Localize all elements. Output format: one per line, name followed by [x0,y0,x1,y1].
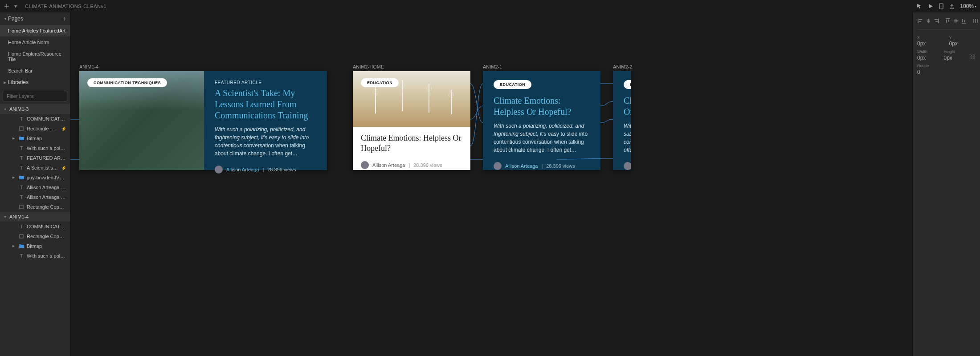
card-title: A Scientist's Take: My Lessons Learned F… [215,88,316,121]
layer-label: With such a polarizi [27,253,66,259]
layer-item[interactable]: ▶guy-bowden-lVDn... [0,173,70,182]
canvas[interactable]: ANIM1-4 COMMUNICATION TECHNIQUES FEATURE… [70,12,912,356]
artboard-label[interactable]: ANIM1-4 [79,64,98,69]
view-count: 28.396 views [413,162,442,168]
layer-item[interactable]: TA Scientist's Ta...⚡ [0,163,70,173]
rect-icon [19,126,24,131]
layer-item[interactable]: TCOMMUNICATION ... [0,114,70,124]
layer-item[interactable]: ▶Bitmap [0,241,70,251]
chevron-down-icon: ▼ [4,215,7,218]
chevron-right-icon: ▶ [12,244,16,248]
artboard-anim2-home[interactable]: EDUCATION Climate Emotions: Helpless Or … [353,71,470,170]
folder-icon [19,175,24,180]
text-icon: T [19,165,24,170]
layer-item[interactable]: TFEATURED ARTICLE [0,153,70,163]
layer-item[interactable]: Rectangle Copy 26 [0,231,70,241]
share-icon[interactable] [949,4,955,9]
artboard-anim1-4-header[interactable]: ▼ ANIM1-4 [0,212,70,222]
text-icon: T [19,116,24,121]
bolt-icon: ⚡ [61,166,66,170]
add-dropdown-icon[interactable]: ▾ [12,3,19,9]
card-image: COMMUNICATION TECHNIQUES [79,71,204,170]
page-item-search-bar[interactable]: Search Bar [0,65,70,77]
link-dimensions-icon[interactable]: ⛓ [970,54,976,60]
avatar [215,166,223,174]
layer-item[interactable]: TAllison Arteaga | 2... [0,182,70,192]
align-top-icon[interactable] [945,17,951,25]
layer-label: COMMUNICATION ... [27,224,66,229]
artboard-label[interactable]: ANIM2-1 [483,64,502,69]
layer-label: A Scientist's Ta... [27,165,58,170]
card-title: Climate Emotions: Helpless Or Hopeful? [494,95,590,117]
text-icon: T [19,224,24,229]
layer-item[interactable]: TAllison Arteaga | 2... [0,192,70,202]
artboard-label[interactable]: ANIM2-2 [613,64,632,69]
author-name: Allison Arteaga [372,162,405,168]
card-body-text: With such a polarizing, politicized, and… [494,122,590,154]
y-label: Y [949,35,976,40]
device-icon[interactable] [939,3,944,9]
filter-layers-input[interactable] [3,91,67,101]
page-item-explore[interactable]: Home Explore/Resource Tile [0,48,70,65]
text-icon: T [19,194,24,200]
align-left-icon[interactable] [917,17,923,25]
rect-icon [19,234,24,239]
tag-pill: EDUCATION [494,80,531,89]
layer-item[interactable]: Rectangle Copy 18 [0,202,70,212]
folder-icon [19,136,24,141]
sidebar: ▼ Pages + Home Articles FeaturedArt Home… [0,12,70,356]
tag-pill: COMMUNICATION TECHNIQUES [87,78,167,87]
page-item-featured-art[interactable]: Home Articles FeaturedArt [0,25,70,36]
align-right-icon[interactable] [933,17,939,25]
chevron-down-icon: ▼ [4,17,8,21]
text-icon: T [19,185,24,190]
chevron-right-icon: ▶ [12,137,16,140]
layer-item[interactable]: TWith such a polarizi [0,251,70,261]
layer-label: guy-bowden-lVDn... [27,175,66,180]
layer-item[interactable]: TCOMMUNICATION ... [0,222,70,231]
pointer-icon[interactable] [916,3,923,9]
artboard-label[interactable]: ANIM2-HOME [353,64,384,69]
artboard-anim2-1[interactable]: EDUCATION Climate Emotions: Helpless Or … [483,71,600,170]
chevron-right-icon: ▶ [12,176,16,179]
distribute-h-icon[interactable] [972,17,979,25]
layer-label: Rectangle Copy 18 [27,204,66,210]
card-body-text: Wit sub con ofte [624,122,631,154]
layer-item[interactable]: TWith such a polarizi [0,143,70,153]
layer-label: Bitmap [27,243,66,249]
artboard-anim1-3-header[interactable]: ▼ ANIM1-3 [0,104,70,114]
play-icon[interactable] [928,4,933,9]
add-icon[interactable] [4,3,10,9]
x-value[interactable]: 0px [917,40,944,47]
y-value[interactable]: 0px [949,40,976,47]
layer-item[interactable]: ▶Bitmap [0,134,70,143]
rotate-label: Rotate [917,64,944,68]
align-center-h-icon[interactable] [925,17,931,25]
align-center-v-icon[interactable] [953,17,959,25]
zoom-level[interactable]: 100% ▾ [960,3,976,9]
height-value[interactable]: 0px [944,55,965,61]
tag-pill: EDUCATION [361,78,399,87]
card-title: Cl Or [624,95,631,117]
document-title: CLIMATE-ANIMATIONS-CLEANv1 [25,4,106,9]
artboard-anim1-4[interactable]: COMMUNICATION TECHNIQUES FEATURED ARTICL… [79,71,327,170]
width-label: Width [917,49,939,54]
align-bottom-icon[interactable] [961,17,967,25]
pages-section-header[interactable]: ▼ Pages + [0,12,70,25]
card-body-text: With such a polarizing, politicized, and… [215,125,316,158]
page-item-article-norm[interactable]: Home Article Norm [0,36,70,48]
folder-icon [19,243,24,249]
add-page-icon[interactable]: + [63,15,66,22]
rect-icon [19,204,24,210]
layer-label: With such a polarizi [27,146,66,151]
width-value[interactable]: 0px [917,55,939,61]
svg-rect-2 [20,205,23,209]
layer-item[interactable]: Rectangle Cop...⚡ [0,124,70,134]
avatar [361,161,369,169]
artboard-anim2-2[interactable]: E Cl Or Wit sub con ofte [613,71,631,170]
layer-label: Rectangle Cop... [27,126,58,131]
x-label: X [917,35,944,40]
topbar: ▾ CLIMATE-ANIMATIONS-CLEANv1 100% ▾ [0,0,980,12]
rotate-value[interactable]: 0 [917,69,944,75]
libraries-section-header[interactable]: ▶ Libraries [0,77,70,88]
